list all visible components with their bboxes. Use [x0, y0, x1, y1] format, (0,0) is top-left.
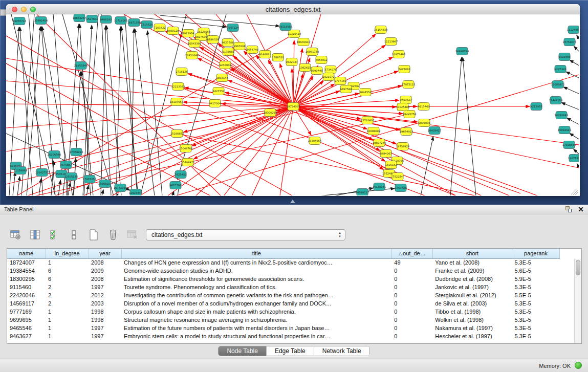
table-row[interactable]: 946362711997Embryonic stem cells: a mode… — [7, 332, 560, 340]
graph-node[interactable]: 17016504 — [562, 141, 576, 149]
graph-node[interactable]: 22420046 — [185, 52, 199, 59]
graph-node[interactable]: 9884067 — [380, 150, 391, 158]
graph-node[interactable]: 8215955 — [530, 103, 542, 111]
graph-node[interactable]: 17957253 — [83, 176, 96, 183]
graph-node[interactable]: 1588520 — [272, 54, 284, 61]
column-header-out_de[interactable]: △out_de… — [391, 249, 432, 258]
column-header-year[interactable]: year — [89, 249, 121, 258]
graph-node[interactable]: 11325419 — [288, 30, 301, 38]
column-visibility-icon[interactable] — [29, 228, 42, 242]
delete-table-icon[interactable] — [126, 228, 139, 242]
graph-node[interactable]: 2718126 — [176, 68, 187, 76]
graph-node[interactable]: 15720407 — [361, 117, 374, 124]
graph-node[interactable]: 9463627 — [400, 96, 411, 104]
create-column-icon[interactable] — [87, 228, 100, 242]
graph-node[interactable]: 7163822 — [154, 24, 165, 32]
graph-node[interactable]: 17359924 — [70, 148, 83, 156]
graph-node[interactable]: 9242848 — [219, 61, 231, 69]
graph-node[interactable]: 12093872 — [551, 81, 564, 89]
graph-node[interactable]: 1527602 — [86, 15, 98, 23]
graph-node[interactable]: 16210643 — [555, 112, 568, 119]
graph-node[interactable]: 19958107 — [98, 180, 112, 188]
graph-node[interactable]: 19218586 — [279, 23, 292, 31]
graph-node[interactable]: 8186328 — [207, 36, 219, 43]
column-header-short[interactable]: short — [432, 249, 512, 258]
graph-node[interactable]: 8912954 — [182, 30, 194, 37]
citation-graph[interactable]: 1872400771638228660128891295418226058982… — [6, 14, 579, 195]
tab-node-table[interactable]: Node Table — [219, 346, 267, 356]
graph-node[interactable]: 3624554 — [359, 89, 372, 96]
graph-node[interactable]: 9990448 — [311, 67, 322, 75]
graph-node[interactable]: 9146821 — [259, 51, 271, 58]
graph-node[interactable]: 10025488 — [396, 103, 409, 111]
graph-node[interactable]: 10719185 — [114, 17, 127, 25]
graph-node[interactable]: 12213383 — [171, 83, 185, 91]
graph-node[interactable]: 10653287 — [73, 14, 86, 22]
splitter-handle[interactable] — [290, 200, 295, 203]
network-window[interactable]: citations_edges.txt 18724007716382286601… — [6, 4, 580, 196]
graph-node[interactable]: 14569117 — [356, 189, 369, 196]
graph-node[interactable]: 11675329 — [568, 155, 579, 162]
table-scrollbar[interactable] — [574, 259, 581, 343]
graph-node[interactable]: 14136141 — [373, 183, 386, 191]
table-row[interactable]: 1830029562008Estimation of significance … — [7, 275, 560, 283]
graph-node[interactable]: 15751074 — [563, 38, 577, 46]
graph-node[interactable]: 19654923 — [400, 128, 413, 136]
graph-node[interactable]: 12923448 — [129, 189, 142, 196]
graph-node[interactable]: 8660128 — [167, 27, 179, 35]
graph-node[interactable]: 18724007 — [287, 103, 300, 111]
graph-node[interactable]: 7485063 — [398, 65, 410, 73]
graph-node[interactable]: 1362615 — [299, 64, 311, 72]
graph-node[interactable]: 16154838 — [374, 26, 387, 34]
graph-node[interactable]: 16961758 — [306, 48, 319, 56]
graph-node[interactable]: 16782759 — [114, 184, 127, 192]
graph-node[interactable]: 17975115 — [402, 81, 415, 89]
network-canvas[interactable]: 1872400771638228660128891295418226058982… — [6, 14, 579, 195]
table-row[interactable]: 911546021997Tourette syndrome. Phenomeno… — [7, 283, 560, 291]
close-panel-icon[interactable]: ✕ — [578, 205, 584, 213]
graph-node[interactable]: 18807249 — [373, 139, 386, 147]
network-window-titlebar[interactable]: citations_edges.txt — [6, 4, 580, 14]
graph-node[interactable]: 752254 — [392, 173, 403, 181]
graph-node[interactable]: 9417004 — [209, 100, 221, 107]
graph-node[interactable]: 12213967 — [384, 38, 398, 46]
graph-node[interactable]: 18495758 — [403, 111, 416, 118]
graph-node[interactable]: 16405427 — [428, 127, 441, 135]
graph-node[interactable]: 15166852 — [170, 130, 184, 138]
delete-column-icon[interactable] — [106, 228, 120, 242]
graph-node[interactable]: 12042757 — [35, 169, 49, 177]
table-row[interactable]: 969969511998Structural magnetic resonanc… — [7, 316, 560, 324]
table-row[interactable]: 1872400712008Changes of HCN gene express… — [7, 258, 560, 267]
graph-node[interactable]: 5734078 — [324, 66, 336, 74]
graph-node[interactable]: 18300295 — [264, 109, 277, 117]
tab-network-table[interactable]: Network Table — [314, 346, 369, 356]
graph-node[interactable]: 16671358 — [127, 19, 141, 27]
graph-node[interactable]: 18107553 — [170, 98, 183, 106]
graph-node[interactable]: 1815152 — [385, 161, 397, 169]
graph-node[interactable]: 15046768 — [179, 145, 192, 152]
table-row[interactable]: 2242004622012Investigating the contribut… — [7, 291, 560, 299]
graph-node[interactable]: 9227343 — [554, 65, 566, 73]
combo-steppers-icon[interactable]: ▲▼ — [338, 231, 341, 238]
table-row[interactable]: 977716911998Corpus callosum shape and si… — [7, 308, 560, 316]
column-header-title[interactable]: title — [121, 249, 391, 258]
graph-node[interactable]: 12505135 — [64, 173, 78, 181]
graph-node[interactable]: 9115460 — [418, 103, 429, 111]
graph-node[interactable]: 12444158 — [549, 97, 562, 104]
row-options-icon[interactable] — [68, 228, 81, 242]
table-row[interactable]: 1938455462009Genome-wide association stu… — [7, 267, 560, 275]
graph-node[interactable]: 9822037 — [286, 58, 297, 66]
graph-node[interactable]: 37691406 — [34, 17, 48, 25]
table-selector[interactable]: citations_edges.txt ▲▼ — [146, 229, 345, 240]
graph-node[interactable]: 10543392 — [188, 40, 201, 48]
table-mode-icon[interactable] — [9, 228, 23, 242]
graph-node[interactable]: 11124984 — [567, 26, 579, 34]
graph-node[interactable]: 10688609 — [367, 127, 380, 135]
graph-node[interactable]: 10973493 — [392, 51, 405, 58]
graph-node[interactable]: 19756928 — [396, 143, 409, 150]
graph-node[interactable]: 9857791 — [169, 182, 181, 189]
graph-node[interactable]: 9175685 — [222, 48, 234, 56]
graph-node[interactable]: 2967608 — [233, 42, 245, 50]
column-checklist-icon[interactable] — [48, 228, 61, 242]
graph-node[interactable]: 9975887 — [60, 161, 72, 169]
